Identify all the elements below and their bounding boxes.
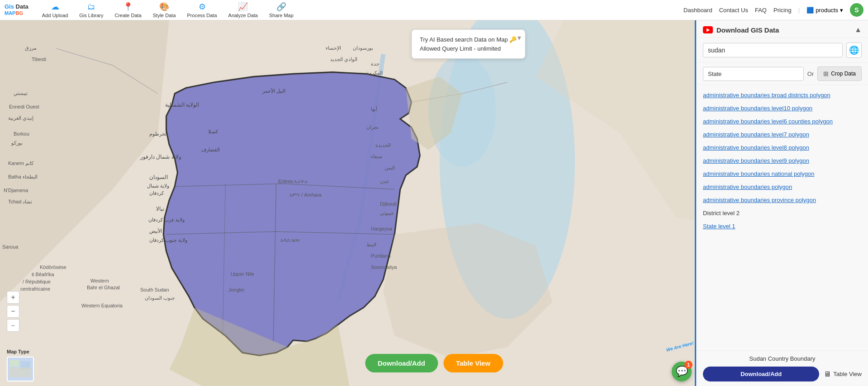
- country-search-input[interactable]: [703, 43, 843, 57]
- youtube-icon[interactable]: [703, 26, 713, 33]
- state-select[interactable]: State Khartoum North Darfur: [703, 67, 804, 81]
- chevron-down-icon: ▾: [840, 7, 843, 14]
- nav-right: Dashboard Contact Us FAQ Pricing | 🟦 pro…: [683, 3, 863, 17]
- chat-bubble-button[interactable]: 💬 1: [672, 362, 692, 381]
- result-item[interactable]: administrative boundaries national polyg…: [697, 167, 868, 180]
- share-icon: 🔗: [276, 2, 286, 12]
- ai-tooltip: Try AI Based search Data on Map 🔑 Allowe…: [411, 29, 525, 59]
- filter-row: State Khartoum North Darfur Or ⊞ Crop Da…: [697, 63, 868, 85]
- upload-icon: ☁: [51, 2, 59, 12]
- panel-footer: Sudan Country Boundary Download/Add 🖥 Ta…: [697, 350, 868, 386]
- panel-download-add-button[interactable]: Download/Add: [703, 367, 819, 381]
- nav-process-data[interactable]: ⚙ Process Data: [183, 0, 222, 20]
- panel-accent-line: [695, 20, 696, 386]
- result-item[interactable]: administrative boundaries level10 polygo…: [697, 102, 868, 115]
- products-icon: 🟦: [806, 7, 814, 14]
- table-icon: 🖥: [824, 370, 831, 378]
- crop-data-button[interactable]: ⊞ Crop Data: [817, 66, 862, 81]
- zoom-in-button[interactable]: +: [7, 291, 19, 304]
- create-icon: 📍: [123, 2, 133, 12]
- nav-dashboard[interactable]: Dashboard: [683, 7, 712, 14]
- svg-rect-6: [10, 367, 31, 377]
- nav-faq[interactable]: FAQ: [755, 7, 767, 14]
- globe-button[interactable]: 🌐: [846, 42, 862, 58]
- nav-pricing[interactable]: Pricing: [773, 7, 792, 14]
- tooltip-close-button[interactable]: ▾: [517, 33, 521, 42]
- result-item[interactable]: administrative boundaries province polyg…: [697, 193, 868, 207]
- result-item[interactable]: administrative boundaries polygon: [697, 180, 868, 193]
- style-icon: 🎨: [159, 2, 169, 12]
- panel-header: Download GIS Data ▲: [697, 20, 868, 38]
- panel-table-view-button[interactable]: 🖥 Table View: [824, 370, 862, 378]
- nav-style-data[interactable]: 🎨 Style Data: [148, 0, 180, 20]
- result-item[interactable]: administrative boundaries broad district…: [697, 89, 868, 102]
- result-item[interactable]: administrative boundaries level6 countie…: [697, 115, 868, 128]
- or-label: Or: [807, 71, 814, 77]
- library-icon: 🗂: [87, 2, 95, 12]
- nav-contact[interactable]: Contact Us: [719, 7, 748, 14]
- result-item-district[interactable]: District level 2: [697, 207, 868, 220]
- footer-actions: Download/Add 🖥 Table View: [703, 367, 862, 381]
- panel-collapse-button[interactable]: ▲: [854, 26, 862, 34]
- analyze-icon: 📈: [238, 2, 248, 12]
- process-icon: ⚙: [199, 2, 206, 12]
- results-list: administrative boundaries broad district…: [697, 85, 868, 350]
- nav-items: ☁ Add Upload 🗂 Gis Library 📍 Create Data…: [38, 0, 683, 20]
- search-row: 🌐: [697, 38, 868, 63]
- crop-icon: ⊞: [823, 70, 829, 77]
- user-avatar[interactable]: S: [850, 3, 863, 17]
- right-panel: Download GIS Data ▲ 🌐 State Khartoum Nor…: [696, 20, 868, 386]
- nav-add-upload[interactable]: ☁ Add Upload: [38, 0, 73, 20]
- logo[interactable]: Gis Data MAPBG: [5, 4, 28, 17]
- zoom-out-button[interactable]: −: [7, 305, 19, 318]
- products-button[interactable]: 🟦 products ▾: [806, 7, 843, 14]
- chat-badge: 1: [684, 361, 693, 369]
- table-view-button[interactable]: Table View: [443, 354, 503, 372]
- navbar: Gis Data MAPBG ☁ Add Upload 🗂 Gis Librar…: [0, 0, 868, 20]
- result-item[interactable]: administrative boundaries level9 polygon: [697, 154, 868, 167]
- nav-analyze-data[interactable]: 📈 Analyze Data: [224, 0, 262, 20]
- map-type-label: Map Type: [7, 349, 29, 354]
- nav-share-map[interactable]: 🔗 Share Map: [265, 0, 298, 20]
- result-item[interactable]: administrative boundaries level7 polygon: [697, 128, 868, 141]
- nav-gis-library[interactable]: 🗂 Gis Library: [75, 0, 108, 20]
- map-controls: + − ↔: [7, 291, 19, 332]
- svg-rect-4: [10, 360, 19, 367]
- bottom-buttons: Download/Add Table View: [365, 354, 503, 372]
- result-item-state[interactable]: State level 1: [697, 220, 868, 233]
- boundary-label: Sudan Country Boundary: [703, 355, 862, 362]
- panel-title: Download GIS Data: [703, 26, 779, 34]
- download-add-button[interactable]: Download/Add: [365, 354, 438, 372]
- nav-create-data[interactable]: 📍 Create Data: [110, 0, 146, 20]
- logo-text: Gis Data MAPBG: [5, 4, 28, 17]
- map-type-thumbnail[interactable]: [7, 357, 34, 381]
- result-item[interactable]: administrative boundaries level8 polygon: [697, 141, 868, 154]
- home-button[interactable]: ↔: [7, 319, 19, 332]
